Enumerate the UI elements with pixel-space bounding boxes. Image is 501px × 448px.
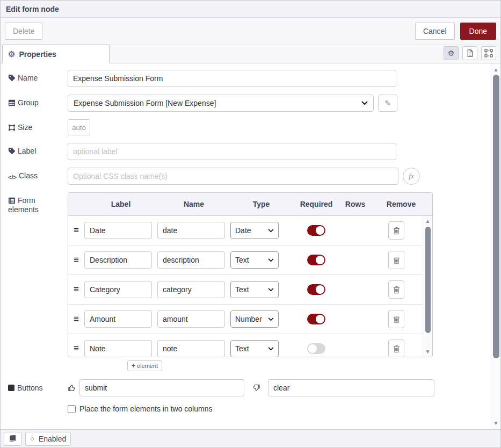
header-remove: Remove	[370, 200, 432, 208]
buttons-field-row: Buttons	[8, 379, 492, 396]
remove-element-button[interactable]	[388, 310, 404, 328]
form-element-row: ≡ Number	[68, 305, 423, 334]
required-toggle[interactable]	[307, 314, 325, 324]
trash-icon	[393, 256, 400, 264]
submit-button-input[interactable]	[79, 379, 244, 396]
list-icon	[8, 197, 16, 204]
thumbs-down-icon	[252, 384, 260, 392]
enabled-label: Enabled	[39, 435, 66, 443]
plus-icon: +	[132, 362, 135, 370]
required-toggle[interactable]	[307, 225, 325, 236]
cancel-button[interactable]: Cancel	[415, 23, 455, 40]
appearance-icon-button[interactable]	[481, 46, 496, 60]
drag-handle-icon[interactable]: ≡	[68, 343, 84, 354]
form-elements-table: Label Name Type Required Rows Remove ≡ D…	[68, 192, 433, 357]
remove-element-button[interactable]	[388, 221, 404, 240]
label-field-row: Label	[8, 143, 492, 160]
panel-scrollbar-thumb[interactable]	[493, 75, 499, 358]
tab-properties[interactable]: ⚙ Properties	[2, 45, 110, 63]
remove-element-button[interactable]	[388, 339, 404, 357]
element-label-input[interactable]	[84, 222, 152, 239]
scroll-down-icon[interactable]: ▼	[493, 421, 499, 426]
required-toggle[interactable]	[307, 255, 325, 265]
scroll-up-icon[interactable]: ▲	[493, 67, 499, 73]
drag-handle-icon[interactable]: ≡	[68, 284, 84, 295]
element-label-input[interactable]	[84, 281, 152, 298]
size-button[interactable]: auto	[68, 119, 90, 135]
form-elements-row: Form elements Label Name Type Required R…	[8, 192, 492, 371]
trash-icon	[393, 345, 400, 353]
frame-icon	[484, 49, 493, 57]
element-type-select[interactable]: Text	[230, 281, 279, 298]
name-input[interactable]	[68, 70, 396, 87]
panel-scrollbar[interactable]: ▲ ▼	[491, 63, 500, 429]
element-label-input[interactable]	[84, 251, 152, 269]
label-input[interactable]	[68, 143, 396, 160]
edit-group-button[interactable]: ✎	[378, 95, 397, 112]
form-element-row: ≡ Text	[68, 275, 423, 305]
group-field-row: Group Expense Submission Form [New Expen…	[8, 95, 492, 112]
drag-handle-icon[interactable]: ≡	[68, 255, 84, 265]
trash-icon	[393, 227, 400, 235]
element-type-select[interactable]: Text	[230, 340, 279, 357]
form-element-row: ≡ Date	[68, 216, 423, 245]
header-name: Name	[157, 200, 230, 208]
done-button[interactable]: Done	[460, 23, 496, 40]
element-name-input[interactable]	[157, 310, 225, 328]
description-icon-button[interactable]	[462, 46, 477, 60]
edit-form-node-dialog: Edit form node Delete Cancel Done ⚙ Prop…	[0, 0, 501, 448]
gear-icon: ⚙	[8, 50, 15, 58]
drag-handle-icon[interactable]: ≡	[68, 225, 84, 236]
table-scrollbar-thumb[interactable]	[425, 227, 431, 333]
square-icon	[8, 385, 14, 391]
chevron-down-icon	[361, 101, 368, 105]
docs-button[interactable]	[4, 432, 21, 446]
element-type-select[interactable]: Text	[230, 251, 279, 269]
add-element-button[interactable]: + element	[127, 360, 162, 371]
form-element-row: ≡ Text	[68, 245, 423, 275]
enabled-toggle-button[interactable]: ○ Enabled	[25, 432, 71, 446]
size-label: Size	[8, 119, 68, 132]
element-type-value: Text	[235, 285, 268, 294]
class-label: </>Class	[8, 168, 68, 182]
class-input[interactable]	[68, 168, 398, 185]
buttons-label: Buttons	[8, 384, 68, 393]
scroll-down-icon[interactable]: ▼	[425, 349, 431, 355]
form-element-row: ≡ Text	[68, 334, 423, 357]
tag-icon	[8, 147, 16, 155]
delete-button[interactable]: Delete	[5, 23, 42, 40]
clear-button-input[interactable]	[268, 379, 434, 396]
class-field-row: </>Class fx	[8, 168, 492, 185]
remove-element-button[interactable]	[388, 251, 404, 269]
required-toggle[interactable]	[307, 343, 325, 354]
element-type-value: Text	[235, 344, 268, 353]
code-icon: </>	[8, 173, 17, 182]
element-name-input[interactable]	[157, 340, 225, 357]
properties-icon-button[interactable]: ⚙	[444, 46, 459, 60]
element-type-value: Number	[235, 315, 268, 323]
name-label: Name	[8, 70, 68, 83]
expression-button[interactable]: fx	[403, 168, 420, 185]
group-select[interactable]: Expense Submission Form [New Expense]	[68, 95, 374, 112]
gear-icon: ⚙	[448, 49, 455, 57]
two-columns-option: Place the form elements in two columns	[68, 404, 492, 413]
remove-element-button[interactable]	[388, 280, 404, 299]
group-select-value: Expense Submission Form [New Expense]	[74, 99, 361, 107]
element-type-select[interactable]: Number	[230, 310, 279, 328]
dialog-title: Edit form node	[6, 5, 59, 13]
element-type-select[interactable]: Date	[230, 222, 279, 239]
element-name-input[interactable]	[157, 222, 225, 239]
name-field-row: Name	[8, 70, 492, 87]
two-columns-checkbox[interactable]	[68, 405, 76, 413]
element-label-input[interactable]	[84, 310, 152, 328]
element-name-input[interactable]	[157, 251, 225, 269]
scroll-up-icon[interactable]: ▲	[425, 219, 431, 224]
table-scrollbar[interactable]: ▲ ▼	[423, 216, 432, 357]
size-field-row: Size auto	[8, 119, 492, 135]
size-frame-icon	[8, 124, 16, 131]
element-name-input[interactable]	[157, 281, 225, 298]
required-toggle[interactable]	[307, 284, 325, 295]
header-required: Required	[292, 200, 340, 208]
drag-handle-icon[interactable]: ≡	[68, 314, 84, 324]
element-label-input[interactable]	[84, 340, 152, 357]
